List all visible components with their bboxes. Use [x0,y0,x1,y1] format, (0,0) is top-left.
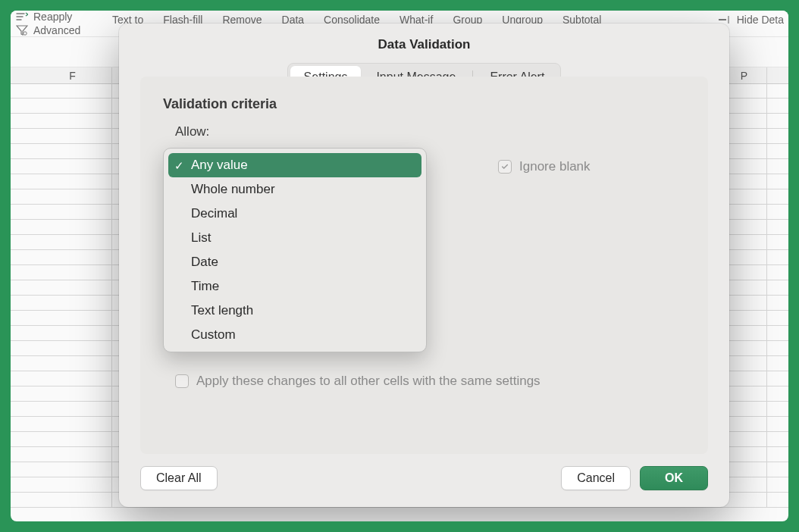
ribbon-reapply[interactable]: Reapply [15,11,99,23]
reapply-icon [15,11,29,22]
clear-all-button[interactable]: Clear All [140,466,218,490]
col-header-f[interactable]: F [33,67,112,83]
option-custom-label: Custom [191,327,236,342]
ignore-blank-checkbox[interactable]: Ignore blank [498,159,591,174]
app-frame: Reapply Advanced Text to Flash-fill Remo… [11,11,788,521]
cancel-button[interactable]: Cancel [561,466,631,490]
option-list-label: List [191,230,211,245]
ribbon-reapply-label: Reapply [33,11,72,23]
option-date-label: Date [191,255,218,269]
cancel-label: Cancel [577,471,615,484]
clear-all-label: Clear All [156,471,202,484]
option-time-label: Time [191,279,219,293]
checkbox-icon [498,160,512,174]
option-whole-number[interactable]: Whole number [168,177,421,202]
checkmark-icon: ✓ [174,159,184,173]
option-list[interactable]: List [168,226,421,250]
ribbon-hide-detail-label: Hide Deta [737,14,784,26]
ribbon-advanced[interactable]: Advanced [15,24,99,36]
apply-changes-label: Apply these changes to all other cells w… [196,374,540,389]
data-validation-dialog: Data Validation Settings Input Message E… [119,23,729,507]
advanced-icon [15,25,29,36]
ok-button[interactable]: OK [640,466,708,490]
ok-label: OK [665,471,683,484]
checkbox-icon [175,374,189,388]
svg-marker-0 [17,26,27,35]
option-decimal-label: Decimal [191,206,237,221]
panel-title: Validation criteria [163,96,685,112]
validation-criteria-panel: Validation criteria Allow: Ignore blank … [140,77,708,454]
allow-dropdown-menu: ✓ Any value Whole number Decimal List Da… [163,148,427,352]
option-text-length[interactable]: Text length [168,299,421,323]
dialog-button-row: Clear All Cancel OK [119,466,729,507]
allow-label: Allow: [175,124,685,139]
svg-rect-2 [719,19,726,20]
option-custom[interactable]: Custom [168,323,421,347]
ribbon-advanced-label: Advanced [33,24,80,36]
dialog-title: Data Validation [119,23,729,63]
option-text-length-label: Text length [191,303,253,318]
checkmark-icon [501,163,509,171]
option-any-value[interactable]: ✓ Any value [168,153,421,177]
option-whole-number-label: Whole number [191,182,275,196]
ignore-blank-label: Ignore blank [519,159,591,174]
option-any-value-label: Any value [191,158,248,172]
svg-point-1 [24,32,27,35]
option-time[interactable]: Time [168,274,421,299]
option-decimal[interactable]: Decimal [168,202,421,226]
option-date[interactable]: Date [168,250,421,274]
apply-changes-checkbox[interactable]: Apply these changes to all other cells w… [175,374,540,389]
